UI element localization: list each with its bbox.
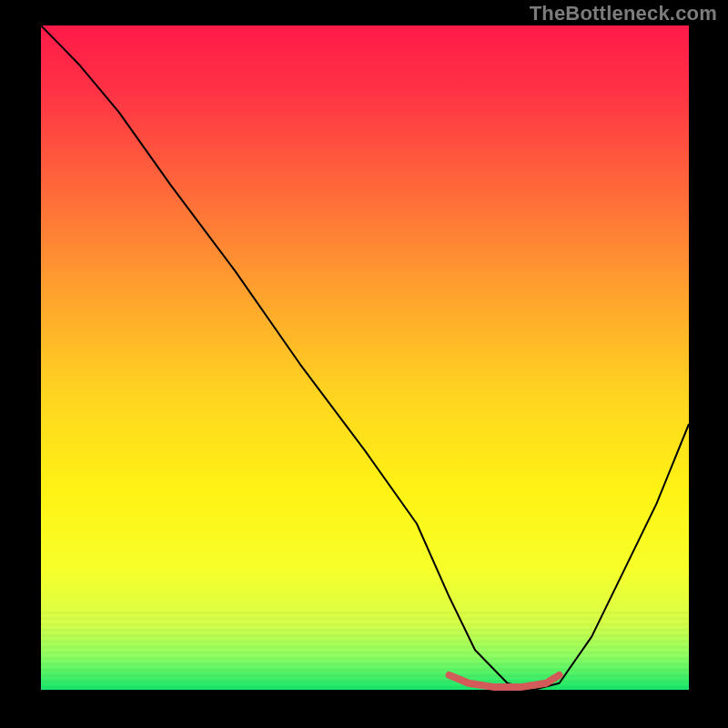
chart-canvas — [0, 0, 728, 728]
plot-background — [41, 25, 689, 690]
bottleneck-chart: TheBottleneck.com — [0, 0, 728, 728]
